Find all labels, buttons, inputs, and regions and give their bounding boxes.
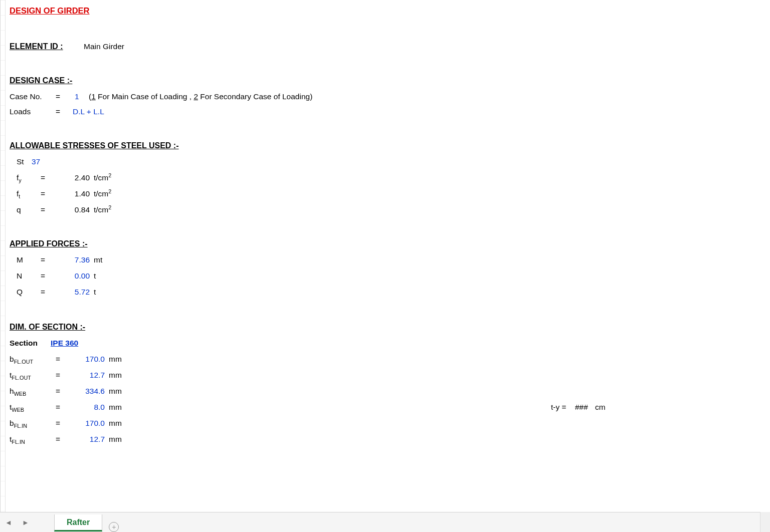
Q-val: 5.72 (65, 285, 90, 299)
vertical-scroll-stub[interactable] (760, 512, 770, 532)
t-web-sym: tWEB (10, 400, 24, 415)
h-web-unit: mm (109, 384, 122, 398)
case-no-value: 1 (75, 89, 79, 104)
st-value: 37 (32, 154, 40, 169)
plus-icon: + (109, 522, 119, 532)
b-fl-out-val: 170.0 (75, 352, 105, 366)
element-id-label: ELEMENT ID : (10, 39, 63, 54)
q-unit-sup: 2 (108, 204, 111, 210)
h-web-sym: hWEB (10, 384, 26, 399)
fy-val: 2.40 (65, 170, 90, 185)
eq: = (41, 170, 45, 185)
lbl: b (10, 419, 14, 427)
sub: WEB (14, 391, 27, 397)
eq: = (56, 104, 60, 119)
eq: = (41, 269, 45, 283)
sub: FL.OUT (12, 375, 31, 381)
ty-label: t-y = (551, 400, 566, 414)
ft-val: 1.40 (65, 186, 90, 201)
case-no-label: Case No. (10, 89, 42, 104)
fy-sym: fy (17, 170, 22, 186)
eq: = (56, 352, 60, 366)
section-value[interactable]: IPE 360 (51, 336, 78, 350)
eq: = (41, 285, 45, 299)
ft-unit-sup: 2 (108, 188, 111, 194)
M-val: 7.36 (65, 252, 90, 267)
dim-header: DIM. OF SECTION :- (10, 320, 85, 335)
sheet-content: DESIGN OF GIRDER ELEMENT ID : Main Girde… (10, 3, 770, 512)
section-label: Section (10, 336, 38, 350)
N-unit: t (94, 269, 96, 283)
tab-nav-next-icon[interactable]: ► (17, 512, 34, 532)
fy-unit-pre: t/cm (94, 173, 108, 182)
sheet-tab-bar: ◄ ► Rafter + (0, 512, 770, 532)
eq: = (56, 432, 60, 446)
t-fl-out-val: 12.7 (75, 368, 105, 382)
t-web-val: 8.0 (75, 400, 105, 414)
page-title: DESIGN OF GIRDER (10, 3, 90, 19)
t-fl-out-sym: tFL.OUT (10, 368, 31, 383)
t-fl-in-sym: tFL.IN (10, 432, 25, 447)
q-val: 0.84 (65, 202, 90, 217)
t-web-unit: mm (109, 400, 122, 414)
loads-value: D.L + L.L (73, 104, 104, 119)
element-id-value: Main Girder (84, 39, 124, 54)
t-fl-out-unit: mm (109, 368, 122, 382)
design-case-header: DESIGN CASE :- (10, 73, 72, 88)
forces-header: APPLIED FORCES :- (10, 236, 88, 251)
h-web-val: 334.6 (75, 384, 105, 398)
b-fl-out-sym: bFL.OUT (10, 352, 33, 367)
sub: FL.OUT (14, 359, 34, 365)
M-sym: M (17, 252, 23, 267)
lbl: h (10, 387, 14, 395)
eq: = (56, 416, 60, 430)
eq: = (56, 89, 60, 104)
t-fl-in-unit: mm (109, 432, 122, 446)
b-fl-in-val: 170.0 (75, 416, 105, 430)
b-fl-in-sym: bFL.IN (10, 416, 27, 431)
ty-unit: cm (595, 400, 606, 414)
ty-val: ### (575, 400, 588, 414)
lbl: b (10, 355, 14, 363)
tab-nav-prev-icon[interactable]: ◄ (0, 512, 17, 532)
ft-unit: t/cm2 (94, 186, 111, 201)
q-unit: t/cm2 (94, 202, 111, 217)
fy-unit: t/cm2 (94, 170, 111, 185)
tab-rafter[interactable]: Rafter (54, 514, 102, 531)
Q-unit: t (94, 285, 96, 299)
case-note: (1 For Main Case of Loading , 2 For Seco… (89, 89, 312, 104)
add-sheet-button[interactable]: + (105, 522, 122, 532)
fy-unit-sup: 2 (108, 172, 111, 178)
eq: = (56, 368, 60, 382)
t-fl-in-val: 12.7 (75, 432, 105, 446)
fy-sub: y (19, 177, 21, 183)
ft-sub: t (19, 193, 20, 199)
row-guides (1, 0, 6, 512)
allow-header: ALLOWABLE STRESSES OF STEEL USED :- (10, 138, 179, 153)
b-fl-in-unit: mm (109, 416, 122, 430)
sub: FL.IN (12, 439, 25, 445)
tabs-container: Rafter + (54, 512, 122, 532)
st-label: St (17, 154, 24, 169)
ft-sym: ft (17, 186, 20, 202)
eq: = (41, 252, 45, 267)
b-fl-out-unit: mm (109, 352, 122, 366)
Q-sym: Q (17, 285, 23, 299)
case-note-mid: For Main Case of Loading , (96, 92, 194, 101)
N-sym: N (17, 269, 22, 283)
eq: = (41, 186, 45, 201)
case-note-1: 1 (91, 92, 96, 101)
eq: = (56, 384, 60, 398)
eq: = (56, 400, 60, 414)
q-sym: q (17, 202, 21, 217)
N-val: 0.00 (65, 269, 90, 283)
case-note-2: 2 (194, 92, 198, 101)
sub: FL.IN (14, 423, 28, 429)
q-unit-pre: t/cm (94, 205, 108, 214)
sub: WEB (12, 407, 24, 413)
M-unit: mt (94, 252, 102, 267)
eq: = (41, 202, 45, 217)
worksheet-area: DESIGN OF GIRDER ELEMENT ID : Main Girde… (0, 0, 770, 512)
ft-unit-pre: t/cm (94, 189, 108, 198)
case-note-end: For Secondary Case of Loading) (198, 92, 312, 101)
